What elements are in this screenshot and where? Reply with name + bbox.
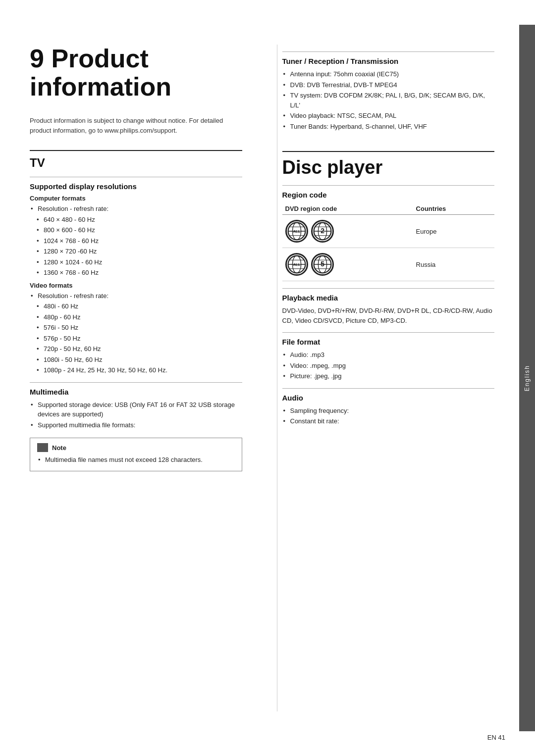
audio-title: Audio <box>282 394 495 402</box>
computer-formats-list: Resolution - refresh rate: 640 × 480 - 6… <box>30 204 242 278</box>
table-header-dvd: DVD region code <box>282 203 413 215</box>
list-item: 480i - 60 Hz <box>30 302 242 311</box>
tuner-list: Antenna input: 75ohm coaxial (IEC75) DVB… <box>282 69 495 131</box>
globe-2-svg: 2 <box>313 221 332 241</box>
list-item: Resolution - refresh rate: <box>30 291 242 301</box>
tuner-title: Tuner / Reception / Transmission <box>282 57 495 65</box>
list-item: TV system: DVB COFDM 2K/8K; PAL I, B/G, … <box>282 91 495 110</box>
video-formats-label: Video formats <box>30 282 242 289</box>
note-list: Multimedia file names must not exceed 12… <box>37 455 235 465</box>
main-content: 9 Product information Product informatio… <box>0 25 519 731</box>
dvd-icons-row1: ALL <box>285 220 410 243</box>
note-box: Note Multimedia file names must not exce… <box>30 438 242 471</box>
tv-divider <box>30 150 242 151</box>
dvd-icon-2: 2 <box>311 220 334 243</box>
list-item: Constant bit rate: <box>282 416 495 426</box>
table-row: ALL <box>282 248 495 281</box>
list-item: Resolution - refresh rate: <box>30 204 242 214</box>
list-item: 1360 × 768 - 60 Hz <box>30 268 242 278</box>
list-item: 576i - 50 Hz <box>30 323 242 333</box>
file-format-list: Audio: .mp3 Video: .mpeg, .mpg Picture: … <box>282 350 495 381</box>
region-code-divider <box>282 185 495 186</box>
computer-formats-sub-list: 640 × 480 - 60 Hz 800 × 600 - 60 Hz 1024… <box>30 215 242 278</box>
chapter-title: Product information <box>30 44 171 101</box>
note-label: Note <box>52 444 66 452</box>
dvd-icons-cell: ALL <box>282 215 413 248</box>
svg-text:5: 5 <box>321 260 324 268</box>
dvd-icon-5: 5 <box>311 253 334 276</box>
tuner-top-divider <box>282 51 495 52</box>
list-item: 576p - 50 Hz <box>30 334 242 344</box>
country-russia: Russia <box>413 248 494 281</box>
playback-media-text: DVD-Video, DVD+R/+RW, DVD-R/-RW, DVD+R D… <box>282 306 495 325</box>
svg-text:ALL: ALL <box>293 229 300 234</box>
page-title: 9 Product information <box>30 45 242 101</box>
display-resolutions-title: Supported display resolutions <box>30 182 242 191</box>
list-item: Video: .mpeg, .mpg <box>282 361 495 371</box>
page: 9 Product information Product informatio… <box>0 0 535 756</box>
region-code-table: DVD region code Countries <box>282 203 495 281</box>
left-column: 9 Product information Product informatio… <box>30 45 257 711</box>
svg-text:2: 2 <box>321 227 324 235</box>
globe-all2-svg: ALL <box>287 254 307 274</box>
disc-player-title: Disc player <box>282 157 495 178</box>
country-europe: Europe <box>413 215 494 248</box>
dvd-icon-all: ALL <box>285 220 308 243</box>
chapter-number: 9 <box>30 44 44 73</box>
dvd-icons-row2: ALL <box>285 253 410 276</box>
list-item: 800 × 600 - 60 Hz <box>30 225 242 235</box>
list-item: Video playback: NTSC, SECAM, PAL <box>282 111 495 121</box>
multimedia-title: Multimedia <box>30 388 242 396</box>
list-item: Supported storage device: USB (Only FAT … <box>30 400 242 419</box>
list-item: 480p - 60 Hz <box>30 312 242 322</box>
display-divider <box>30 177 242 177</box>
list-item: Audio: .mp3 <box>282 350 495 360</box>
playback-media-title: Playback media <box>282 294 495 302</box>
file-format-divider <box>282 332 495 333</box>
audio-list: Sampling frequency: Constant bit rate: <box>282 406 495 426</box>
table-row: ALL <box>282 215 495 248</box>
list-item: Supported multimedia file formats: <box>30 420 242 430</box>
multimedia-list: Supported storage device: USB (Only FAT … <box>30 400 242 430</box>
list-item: 1080i - 50 Hz, 60 Hz <box>30 355 242 365</box>
globe-5-svg: 5 <box>313 254 332 274</box>
list-item: Tuner Bands: Hyperband, S-channel, UHF, … <box>282 122 495 132</box>
video-formats-sub-list: 480i - 60 Hz 480p - 60 Hz 576i - 50 Hz 5… <box>30 302 242 375</box>
tv-section-title: TV <box>30 156 242 170</box>
page-number: EN 41 <box>487 734 505 741</box>
dvd-icon-all-2: ALL <box>285 253 308 276</box>
list-item: 640 × 480 - 60 Hz <box>30 215 242 225</box>
file-format-title: File format <box>282 338 495 346</box>
list-item: Antenna input: 75ohm coaxial (IEC75) <box>282 69 495 79</box>
dvd-icons-cell: ALL <box>282 248 413 281</box>
note-header: Note <box>37 443 235 452</box>
audio-divider <box>282 388 495 389</box>
sidebar-tab: English <box>519 25 535 731</box>
sidebar-label: English <box>524 365 531 391</box>
note-icon <box>37 443 48 452</box>
list-item: Sampling frequency: <box>282 406 495 416</box>
right-column: Tuner / Reception / Transmission Antenna… <box>277 45 495 711</box>
table-header-countries: Countries <box>413 203 494 215</box>
multimedia-divider <box>30 382 242 383</box>
video-formats-list: Resolution - refresh rate: 480i - 60 Hz … <box>30 291 242 375</box>
playback-divider <box>282 288 495 289</box>
globe-all-svg: ALL <box>287 221 307 241</box>
list-item: 1280 × 720 -60 Hz <box>30 247 242 256</box>
svg-text:ALL: ALL <box>293 262 300 267</box>
list-item: DVB: DVB Terrestrial, DVB-T MPEG4 <box>282 80 495 90</box>
list-item: 1280 × 1024 - 60 Hz <box>30 257 242 267</box>
intro-paragraph: Product information is subject to change… <box>30 116 242 135</box>
note-text: Multimedia file names must not exceed 12… <box>37 455 235 465</box>
list-item: 720p - 50 Hz, 60 Hz <box>30 344 242 354</box>
computer-formats-label: Computer formats <box>30 195 242 202</box>
disc-player-divider <box>282 151 495 152</box>
list-item: 1080p - 24 Hz, 25 Hz, 30 Hz, 50 Hz, 60 H… <box>30 365 242 375</box>
list-item: Picture: .jpeg, .jpg <box>282 371 495 381</box>
region-code-title: Region code <box>282 191 495 199</box>
list-item: 1024 × 768 - 60 Hz <box>30 236 242 246</box>
